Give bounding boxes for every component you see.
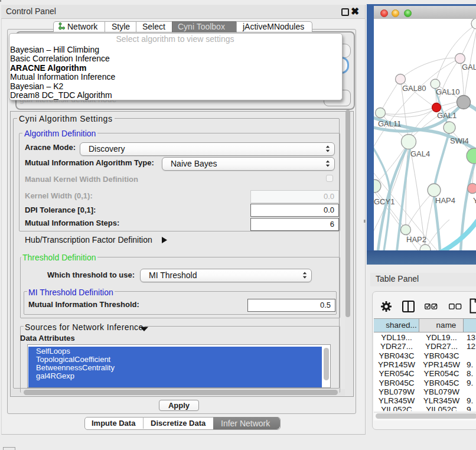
svg-text:Y: Y	[473, 196, 476, 205]
svg-text:GAL1: GAL1	[437, 111, 457, 120]
svg-text:GCY1: GCY1	[374, 197, 395, 206]
svg-text:GAL: GAL	[462, 63, 476, 71]
svg-text:HAP2: HAP2	[406, 235, 426, 244]
svg-text:GAL11: GAL11	[378, 119, 402, 128]
svg-text:HAP4: HAP4	[435, 196, 455, 205]
svg-text:SWI4: SWI4	[450, 136, 469, 145]
svg-text:GAL4: GAL4	[410, 149, 430, 158]
svg-text:GAL10: GAL10	[436, 87, 459, 96]
svg-text:GAL80: GAL80	[402, 84, 426, 93]
